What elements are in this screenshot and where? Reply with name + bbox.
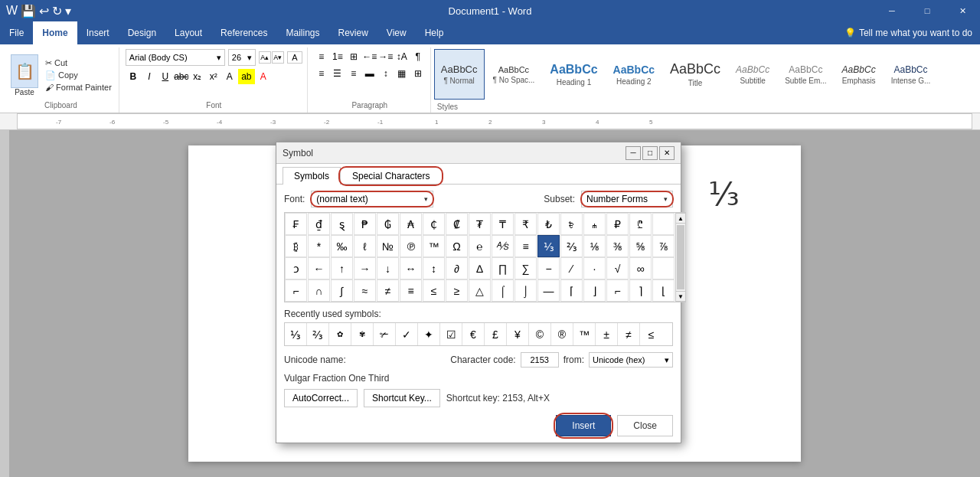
sym-cell[interactable]: ⅛ — [583, 235, 606, 257]
recent-cell[interactable]: ✦ — [418, 323, 440, 345]
sym-cell[interactable]: ⌈ — [560, 279, 583, 302]
sym-cell[interactable]: ∞ — [629, 257, 652, 279]
sym-cell[interactable]: ∑ — [514, 257, 537, 279]
redo-icon[interactable]: ↻ — [52, 4, 62, 18]
char-code-input[interactable] — [521, 352, 559, 368]
sym-cell[interactable]: ⌐ — [285, 279, 307, 302]
sym-cell[interactable]: ≥ — [446, 279, 468, 302]
sym-cell[interactable]: ↕ — [423, 257, 445, 279]
highlight-button[interactable]: ab — [238, 69, 255, 84]
sym-cell[interactable]: ₹ — [514, 213, 537, 235]
recent-cell[interactable]: £ — [485, 323, 507, 345]
strikethrough-button[interactable]: abc — [174, 69, 189, 84]
bold-button[interactable]: B — [126, 69, 141, 84]
sym-cell[interactable]: ₿ — [285, 235, 307, 257]
bullets-button[interactable]: ≡ — [314, 49, 329, 64]
tab-mailings[interactable]: Mailings — [276, 21, 328, 44]
paste-button[interactable]: 📋 Paste — [8, 53, 41, 98]
sym-cell[interactable]: ≈ — [354, 279, 376, 302]
dialog-close-btn[interactable]: ✕ — [659, 146, 675, 160]
align-center-button[interactable]: ☰ — [330, 66, 345, 81]
sym-cell[interactable]: ⅍ — [492, 235, 514, 257]
scroll-up-btn[interactable]: ▲ — [675, 213, 686, 224]
sym-cell[interactable]: ȿ — [331, 213, 353, 235]
style-no-space[interactable]: AaBbCc ¶ No Spac... — [486, 49, 542, 100]
shortcut-key-button[interactable]: Shortcut Key... — [364, 389, 440, 407]
sym-cell[interactable]: ⅔ — [560, 235, 583, 257]
save-icon[interactable]: 💾 — [21, 4, 36, 18]
maximize-button[interactable]: □ — [910, 0, 945, 21]
sym-cell[interactable]: ⌡ — [514, 279, 537, 302]
style-emphasis[interactable]: AaBbCc Emphasis — [835, 49, 883, 100]
style-intense[interactable]: AaBbCc Intense G... — [884, 49, 938, 100]
sym-cell[interactable]: ₱ — [354, 213, 376, 235]
recent-cell[interactable]: ✃ — [374, 323, 396, 345]
scroll-down-btn[interactable]: ▼ — [675, 291, 686, 302]
clear-format-button[interactable]: A — [287, 51, 302, 64]
line-spacing-button[interactable]: ↕ — [378, 66, 394, 81]
sym-cell[interactable]: ↓ — [377, 257, 399, 279]
tab-review[interactable]: Review — [328, 21, 377, 44]
sym-cell[interactable]: ™ — [423, 235, 445, 257]
copy-button[interactable]: 📄 Copy — [43, 70, 114, 81]
sym-cell[interactable]: ₳ — [400, 213, 422, 235]
from-dropdown[interactable]: Unicode (hex) ▾ — [589, 352, 673, 368]
style-title[interactable]: AaBbCc Title — [663, 49, 727, 100]
sym-cell[interactable]: ∆ — [469, 257, 491, 279]
sym-cell[interactable]: ₫ — [308, 213, 330, 235]
sym-cell[interactable]: ∏ — [492, 257, 514, 279]
decrease-size-button[interactable]: A▾ — [272, 51, 284, 64]
sym-cell[interactable]: − — [537, 257, 560, 279]
symbol-dialog[interactable]: Symbol ─ □ ✕ Symbols Special Characters … — [276, 142, 681, 443]
sym-cell[interactable]: ₼ — [583, 213, 606, 235]
decrease-indent-button[interactable]: ←≡ — [362, 49, 377, 64]
sort-button[interactable]: ↕A — [394, 49, 410, 64]
recent-cell[interactable]: ⅔ — [307, 323, 329, 345]
sym-cell[interactable]: ⌋ — [583, 279, 606, 302]
autocorrect-button[interactable]: AutoCorrect... — [284, 389, 358, 407]
recent-cell[interactable]: € — [462, 323, 485, 345]
sym-cell[interactable]: ∕ — [560, 257, 583, 279]
sym-cell[interactable]: · — [583, 257, 606, 279]
sym-cell[interactable]: ⌐ — [606, 279, 629, 302]
tab-symbols[interactable]: Symbols — [283, 167, 341, 185]
sym-cell[interactable]: ≠ — [377, 279, 399, 302]
close-dialog-button[interactable]: Close — [617, 415, 673, 436]
tab-design[interactable]: Design — [119, 21, 165, 44]
recent-cell[interactable]: ✿ — [329, 323, 351, 345]
style-heading1[interactable]: AaBbCc Heading 1 — [543, 49, 604, 100]
sym-cell[interactable]: ₾ — [629, 213, 652, 235]
cut-button[interactable]: ✂ Cut — [43, 57, 114, 69]
symbol-scrollbar[interactable]: ▲ ▼ — [675, 212, 686, 302]
recent-cell[interactable]: ✾ — [351, 323, 374, 345]
increase-indent-button[interactable]: →≡ — [378, 49, 394, 64]
dialog-maximize-btn[interactable]: □ — [642, 146, 658, 160]
minimize-button[interactable]: ─ — [874, 0, 910, 21]
tab-layout[interactable]: Layout — [165, 21, 211, 44]
sym-cell[interactable]: ⅝ — [629, 235, 652, 257]
style-subtitle[interactable]: AaBbCc Subtitle — [729, 49, 776, 100]
sym-cell[interactable]: — — [537, 279, 560, 302]
format-painter-button[interactable]: 🖌 Format Painter — [43, 82, 114, 93]
sym-cell[interactable]: ₲ — [377, 213, 399, 235]
undo-icon[interactable]: ↩ — [39, 4, 49, 18]
sym-cell[interactable]: ₣ — [285, 213, 307, 235]
tab-special-characters[interactable]: Special Characters — [341, 167, 441, 185]
recent-cell[interactable]: ✓ — [396, 323, 418, 345]
recent-cell[interactable]: ® — [551, 323, 573, 345]
sym-cell[interactable]: ∂ — [446, 257, 468, 279]
align-left-button[interactable]: ≡ — [314, 66, 329, 81]
style-heading2[interactable]: AaBbCc Heading 2 — [606, 49, 662, 100]
sym-cell[interactable]: √ — [606, 257, 629, 279]
style-subtle-em[interactable]: AaBbCc Subtle Em... — [778, 49, 833, 100]
sym-cell[interactable]: ⅞ — [652, 235, 675, 257]
font-name-selector[interactable]: Arial (Body CS) ▾ — [126, 49, 225, 66]
show-hide-button[interactable]: ¶ — [410, 49, 426, 64]
align-right-button[interactable]: ≡ — [346, 66, 361, 81]
sym-cell[interactable] — [652, 213, 675, 235]
sym-cell[interactable]: ↑ — [331, 257, 353, 279]
sym-cell[interactable]: ₸ — [492, 213, 514, 235]
sym-cell[interactable]: ₻ — [560, 213, 583, 235]
sym-cell[interactable]: ₺ — [537, 213, 560, 235]
recent-cell[interactable]: ⅓ — [285, 323, 307, 345]
